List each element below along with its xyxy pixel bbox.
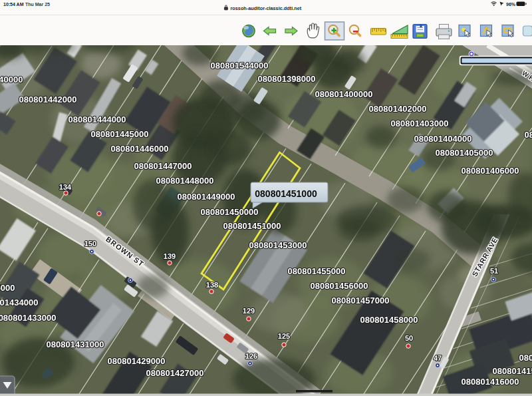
svg-text:080801445000: 080801445000 xyxy=(91,129,149,139)
svg-text:129: 129 xyxy=(243,307,255,315)
svg-text:080801446000: 080801446000 xyxy=(111,144,169,154)
svg-text:080801453000: 080801453000 xyxy=(249,240,307,250)
svg-text:080801405000: 080801405000 xyxy=(436,148,493,158)
svg-text:138: 138 xyxy=(206,281,218,289)
svg-text:080801442000: 080801442000 xyxy=(19,95,77,104)
svg-text:080801458000: 080801458000 xyxy=(360,315,418,325)
svg-text:080801416000: 080801416000 xyxy=(462,377,519,387)
svg-text:080801435000: 080801435000 xyxy=(0,283,15,293)
svg-text:134: 134 xyxy=(59,183,72,191)
svg-text:080801434000: 080801434000 xyxy=(0,297,38,307)
svg-text:080801451000: 080801451000 xyxy=(223,221,281,231)
svg-text:080801404000: 080801404000 xyxy=(414,134,472,144)
svg-text:10:54 AM: 10:54 AM xyxy=(3,2,24,7)
svg-text:080801457000: 080801457000 xyxy=(332,296,390,305)
svg-text:080801440000: 080801440000 xyxy=(0,75,23,85)
svg-text:080801406000: 080801406000 xyxy=(462,166,519,176)
svg-text:51: 51 xyxy=(490,267,498,275)
svg-text:080801450000: 080801450000 xyxy=(201,207,259,217)
svg-text:080801407000: 080801407000 xyxy=(525,130,532,140)
svg-text:125: 125 xyxy=(278,332,290,340)
svg-text:080801402000: 080801402000 xyxy=(369,104,427,114)
svg-text:139: 139 xyxy=(164,252,176,260)
svg-text:080801403000: 080801403000 xyxy=(391,118,449,128)
svg-text:080801429000: 080801429000 xyxy=(108,356,166,366)
svg-text:080801433000: 080801433000 xyxy=(0,313,56,323)
svg-text:080801444000: 080801444000 xyxy=(68,114,126,124)
svg-text:080801398000: 080801398000 xyxy=(258,74,316,84)
svg-text:rossoh-auditor-classic.ddti.ne: rossoh-auditor-classic.ddti.net xyxy=(231,5,302,11)
svg-text:080801451000: 080801451000 xyxy=(255,188,317,199)
svg-text:080801427000: 080801427000 xyxy=(146,368,204,378)
svg-text:080801431000: 080801431000 xyxy=(47,339,104,349)
svg-text:96%: 96% xyxy=(506,2,516,7)
svg-text:126: 126 xyxy=(245,352,257,360)
svg-text:080801448000: 080801448000 xyxy=(156,176,214,186)
svg-text:47: 47 xyxy=(434,354,442,362)
svg-text:080801447000: 080801447000 xyxy=(134,161,192,171)
svg-text:080801455000: 080801455000 xyxy=(288,266,346,276)
svg-text:080801449000: 080801449000 xyxy=(178,192,235,202)
svg-text:080801415000: 080801415000 xyxy=(493,366,532,376)
svg-text:080801414000: 080801414000 xyxy=(519,353,532,363)
svg-text:50: 50 xyxy=(405,334,413,342)
svg-text:080801544000: 080801544000 xyxy=(211,61,269,71)
svg-text:080801400000: 080801400000 xyxy=(315,89,373,99)
svg-text:080801456000: 080801456000 xyxy=(311,281,368,291)
svg-text:150: 150 xyxy=(84,240,96,248)
svg-text:Thu Mar 25: Thu Mar 25 xyxy=(25,2,50,7)
